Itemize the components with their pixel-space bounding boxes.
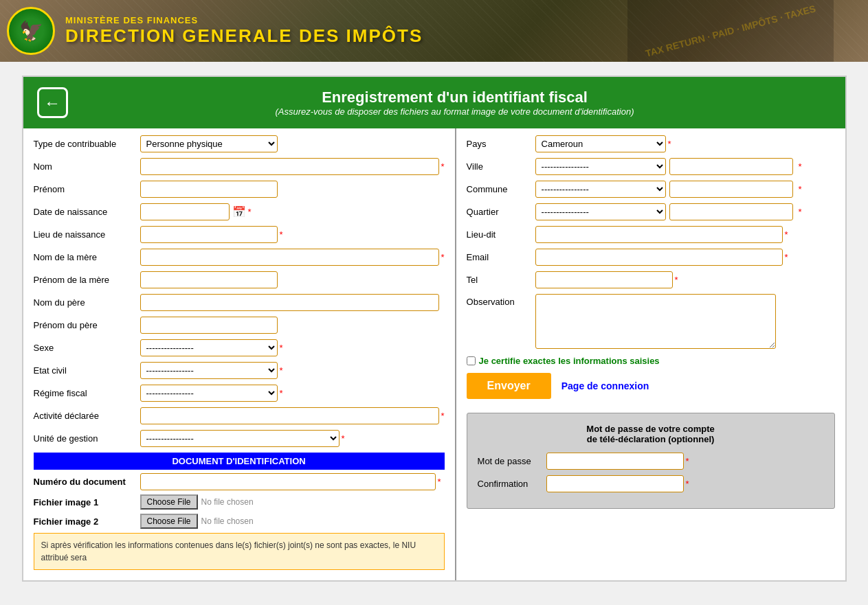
tel-input[interactable] bbox=[535, 271, 673, 288]
quartier-required: * bbox=[799, 207, 802, 217]
regime-required: * bbox=[280, 388, 283, 398]
email-input[interactable] bbox=[535, 249, 783, 266]
pays-select[interactable]: Cameroun France Autre bbox=[535, 135, 666, 152]
fichier2-row: Fichier image 2 Choose File No file chos… bbox=[34, 514, 445, 529]
email-required: * bbox=[785, 252, 788, 262]
lieu-naissance-input[interactable] bbox=[140, 226, 278, 243]
confirmation-row: Confirmation * bbox=[478, 475, 824, 492]
type-contribuable-row: Type de contribuable Personne physique P… bbox=[34, 135, 445, 152]
nom-pere-label: Nom du père bbox=[34, 297, 140, 308]
unite-required: * bbox=[342, 433, 345, 444]
main-container: ← Enregistrement d'un identifiant fiscal… bbox=[22, 76, 847, 582]
fichier2-label: Fichier image 2 bbox=[34, 516, 140, 527]
type-contribuable-select[interactable]: Personne physique Personne morale bbox=[140, 135, 278, 152]
logo-icon: 🦅 bbox=[19, 20, 43, 43]
lieu-dit-row: Lieu-dit * bbox=[467, 226, 835, 243]
lieu-naissance-row: Lieu de naissance * bbox=[34, 226, 445, 243]
header-banner: 🦅 MINISTÈRE DES FINANCES DIRECTION GENER… bbox=[0, 0, 868, 62]
nom-mere-required: * bbox=[441, 252, 445, 262]
ville-row: Ville ---------------- * bbox=[467, 158, 835, 175]
nom-pere-row: Nom du père bbox=[34, 294, 445, 311]
mot-de-passe-required: * bbox=[686, 456, 689, 466]
type-contribuable-label: Type de contribuable bbox=[34, 139, 140, 149]
nom-label: Nom bbox=[34, 161, 140, 172]
prenom-pere-label: Prénom du père bbox=[34, 320, 140, 330]
unite-gestion-label: Unité de gestion bbox=[34, 433, 140, 444]
regime-fiscal-label: Régime fiscal bbox=[34, 388, 140, 398]
nom-input[interactable] bbox=[140, 158, 439, 175]
confirmation-input[interactable] bbox=[546, 475, 684, 492]
etat-civil-required: * bbox=[280, 365, 283, 376]
prenom-mere-input[interactable] bbox=[140, 271, 278, 288]
tel-row: Tel * bbox=[467, 271, 835, 288]
choose-file-2-button[interactable]: Choose File bbox=[140, 514, 198, 529]
quartier-select[interactable]: ---------------- bbox=[535, 203, 666, 220]
sexe-select[interactable]: ---------------- Masculin Féminin bbox=[140, 339, 278, 356]
ville-select[interactable]: ---------------- bbox=[535, 158, 666, 175]
connexion-link[interactable]: Page de connexion bbox=[561, 380, 649, 391]
nom-required: * bbox=[441, 161, 445, 172]
commune-required: * bbox=[799, 184, 802, 194]
ville-text-input[interactable] bbox=[669, 158, 793, 175]
header-text: MINISTÈRE DES FINANCES DIRECTION GENERAL… bbox=[65, 15, 423, 47]
unite-gestion-select[interactable]: ---------------- bbox=[140, 430, 340, 447]
regime-fiscal-select[interactable]: ---------------- Réel Simplifié Forfaita… bbox=[140, 385, 278, 402]
password-section: Mot de passe de votre compte de télé-déc… bbox=[467, 413, 835, 509]
regime-fiscal-row: Régime fiscal ---------------- Réel Simp… bbox=[34, 385, 445, 402]
email-row: Email * bbox=[467, 249, 835, 266]
prenom-input[interactable] bbox=[140, 181, 278, 198]
lieu-naissance-label: Lieu de naissance bbox=[34, 229, 140, 240]
doc-section-title: DOCUMENT D'IDENTIFICATION bbox=[34, 453, 445, 470]
commune-text-input[interactable] bbox=[669, 181, 793, 198]
choose-file-1-button[interactable]: Choose File bbox=[140, 494, 198, 510]
password-title: Mot de passe de votre compte de télé-déc… bbox=[478, 424, 824, 444]
sexe-required: * bbox=[280, 343, 283, 353]
certify-checkbox[interactable] bbox=[467, 356, 476, 365]
date-naissance-row: Date de naissance 📅 * bbox=[34, 203, 445, 220]
lieu-required: * bbox=[280, 229, 283, 240]
nom-mere-label: Nom de la mère bbox=[34, 252, 140, 262]
back-button[interactable]: ← bbox=[37, 87, 68, 118]
etat-civil-row: Etat civil ---------------- Célibataire … bbox=[34, 362, 445, 379]
tel-label: Tel bbox=[467, 275, 535, 285]
commune-select[interactable]: ---------------- bbox=[535, 181, 666, 198]
warning-box: Si après vérification les informations c… bbox=[34, 533, 445, 570]
date-required: * bbox=[248, 207, 252, 217]
nom-mere-input[interactable] bbox=[140, 249, 439, 266]
activite-input[interactable] bbox=[140, 407, 439, 424]
mot-de-passe-input[interactable] bbox=[546, 453, 684, 470]
mot-de-passe-label: Mot de passe bbox=[478, 456, 546, 466]
quartier-row: Quartier ---------------- * bbox=[467, 203, 835, 220]
pays-label: Pays bbox=[467, 139, 535, 149]
pays-required: * bbox=[668, 139, 671, 149]
etat-civil-label: Etat civil bbox=[34, 365, 140, 376]
envoyer-button[interactable]: Envoyer bbox=[467, 373, 551, 399]
title-bar: ← Enregistrement d'un identifiant fiscal… bbox=[23, 77, 845, 128]
title-content: Enregistrement d'un identifiant fiscal (… bbox=[78, 89, 832, 117]
lieu-dit-input[interactable] bbox=[535, 226, 783, 243]
action-row: Envoyer Page de connexion bbox=[467, 373, 835, 399]
mot-de-passe-row: Mot de passe * bbox=[478, 453, 824, 470]
page-subtitle: (Assurez-vous de disposer des fichiers a… bbox=[78, 106, 832, 117]
deco-text: TAX RETURN · PAID · IMPÔTS · TAXES bbox=[644, 3, 816, 59]
observation-textarea[interactable] bbox=[535, 294, 776, 349]
commune-inputs: ---------------- * bbox=[535, 181, 802, 198]
quartier-inputs: ---------------- * bbox=[535, 203, 802, 220]
sexe-label: Sexe bbox=[34, 343, 140, 353]
prenom-mere-label: Prénom de la mère bbox=[34, 275, 140, 285]
certify-row: Je certifie exactes les informations sai… bbox=[467, 356, 835, 366]
calendar-icon[interactable]: 📅 bbox=[232, 205, 246, 218]
prenom-pere-input[interactable] bbox=[140, 317, 278, 334]
no-file-2-text: No file chosen bbox=[201, 516, 254, 526]
form-right: Pays Cameroun France Autre * Ville -----… bbox=[456, 128, 845, 580]
page-title: Enregistrement d'un identifiant fiscal bbox=[78, 89, 832, 106]
nom-pere-input[interactable] bbox=[140, 294, 439, 311]
numero-doc-input[interactable] bbox=[140, 473, 436, 490]
commune-row: Commune ---------------- * bbox=[467, 181, 835, 198]
date-naissance-input[interactable] bbox=[140, 203, 230, 220]
commune-label: Commune bbox=[467, 184, 535, 194]
direction-name: DIRECTION GENERALE DES IMPÔTS bbox=[65, 25, 423, 47]
quartier-text-input[interactable] bbox=[669, 203, 793, 220]
observation-row: Observation bbox=[467, 294, 835, 349]
etat-civil-select[interactable]: ---------------- Célibataire Marié(e) Di… bbox=[140, 362, 278, 379]
